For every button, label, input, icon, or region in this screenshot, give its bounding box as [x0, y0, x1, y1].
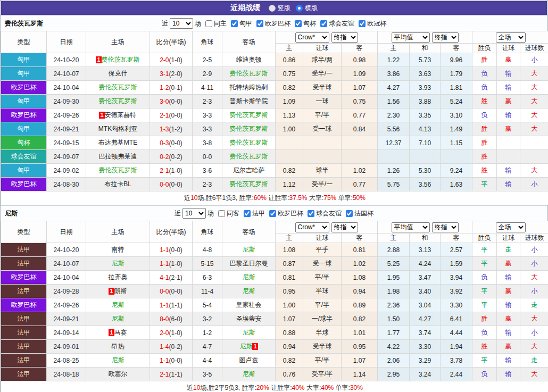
radio-checked-icon[interactable] — [296, 5, 303, 12]
halftime-score: (6-0) — [169, 315, 182, 323]
league-checkbox-1[interactable] — [256, 20, 263, 27]
match-count-select[interactable]: 10 — [170, 18, 193, 29]
result-handicap-cell: 赢 — [497, 95, 520, 109]
avg-away-odds-cell: 6.41 — [441, 312, 472, 326]
fulltime-select[interactable]: 全场 — [496, 222, 526, 232]
final-odds-select[interactable]: 终指 — [331, 32, 358, 43]
match-date-cell: 24-10-04 — [47, 81, 86, 95]
league-checkbox-2[interactable] — [308, 210, 314, 217]
crown-away-odds-cell: 1.01 — [342, 326, 378, 340]
avg-draw-odds-cell: 4.13 — [410, 122, 441, 136]
match-date-cell: 24-10-04 — [47, 271, 86, 285]
result-goals-cell: 大 — [520, 368, 548, 381]
league-filter-option[interactable]: 球会友谊 — [318, 19, 354, 28]
avg-draw-odds-cell: 5.73 — [410, 53, 441, 67]
same-venue-option[interactable]: 同主 — [203, 19, 227, 28]
league-checkbox-3[interactable] — [320, 20, 327, 27]
league-filter-option[interactable]: 欧冠杯 — [356, 19, 386, 28]
sub-col-header: 和 — [410, 233, 441, 243]
league-checkbox-0[interactable] — [244, 210, 251, 217]
league-filter-option[interactable]: 法甲 — [241, 209, 265, 218]
crown-handicap-cell: 受半/一 — [303, 67, 342, 81]
team-name: 费伦茨瓦罗斯 — [99, 84, 137, 91]
layout-option-vertical[interactable]: 竖版 — [269, 4, 290, 13]
same-venue-checkbox[interactable] — [205, 20, 212, 27]
avg-away-odds-cell: 1.81 — [441, 81, 472, 95]
matches-label: 场 — [195, 19, 201, 28]
league-filter-option[interactable]: 球会友谊 — [305, 209, 342, 218]
match-row: 匈甲24-10-201费伦茨瓦罗斯2-0(1-0)2-5维迪奥顿0.86球半/两… — [1, 53, 548, 67]
halftime-score: (1-0) — [169, 329, 182, 337]
avg-home-odds-cell: 1.26 — [378, 164, 410, 178]
sub-col-header: 进球数 — [520, 44, 548, 53]
result-goals-cell: 大 — [520, 122, 548, 136]
summary-text: 让胜率: — [269, 384, 292, 391]
home-team-cell: 费伦茨瓦罗斯 — [86, 164, 150, 178]
corner-cell: 3-8 — [193, 136, 222, 150]
home-team-cell: 欧塞尔 — [86, 368, 150, 381]
odds-company-select[interactable]: Crow* — [295, 32, 329, 43]
odds-company-select[interactable]: Crow* — [295, 222, 329, 232]
fulltime-score: 1-1 — [160, 302, 169, 309]
average-final-select[interactable]: 终指 — [432, 32, 459, 43]
same-venue-checkbox[interactable] — [218, 210, 225, 217]
crown-handicap-cell: 受半球 — [303, 81, 342, 95]
league-checkbox-2[interactable] — [295, 20, 302, 27]
league-checkbox-3[interactable] — [346, 210, 353, 217]
match-date-cell: 24-09-15 — [47, 136, 86, 150]
summary-text: 大率: — [305, 384, 321, 391]
league-label: 匈杯 — [303, 19, 316, 28]
crown-away-odds-cell: 0.98 — [342, 53, 378, 67]
match-row: 法甲24-09-281朗斯0-0(0-0)11-4尼斯0.95半球0.941.9… — [1, 285, 548, 298]
league-checkbox-1[interactable] — [269, 210, 276, 217]
avg-away-odds-cell: 5.24 — [441, 95, 472, 109]
average-select[interactable]: 平均值 — [392, 32, 430, 43]
league-filter-option[interactable]: 欧罗巴杯 — [267, 209, 303, 218]
score-cell: 0-3(0-0) — [150, 136, 193, 150]
match-count-select[interactable]: 10 — [182, 208, 206, 219]
crown-home-odds-cell: 1.00 — [276, 298, 303, 312]
crown-handicap-cell: 平手 — [303, 243, 342, 257]
league-checkbox-0[interactable] — [231, 20, 238, 27]
result-outcome-cell: 负 — [472, 326, 497, 340]
league-filter-option[interactable]: 法国杯 — [343, 209, 373, 218]
league-label: 欧罗巴杯 — [265, 19, 290, 28]
fulltime-score: 0-0 — [160, 181, 169, 188]
competition-type-cell: 法甲 — [1, 340, 47, 354]
summary-text: 50% — [353, 194, 366, 202]
league-label: 匈甲 — [239, 19, 252, 28]
same-venue-option[interactable]: 同客 — [215, 209, 239, 218]
team-name: 尼斯 — [112, 301, 124, 308]
rank-badge: 1 — [109, 329, 114, 336]
crown-away-odds-cell: 0.81 — [342, 243, 378, 257]
competition-type-cell: 欧罗巴杯 — [1, 81, 47, 95]
team-name: 尼斯 — [243, 287, 255, 295]
col-date-header: 日期 — [47, 221, 86, 243]
avg-draw-odds-cell: 3.29 — [410, 354, 441, 368]
away-team-cell: 费伦茨瓦罗斯 — [222, 178, 276, 191]
result-outcome-cell: 胜 — [472, 340, 497, 354]
average-select[interactable]: 平均值 — [392, 222, 430, 232]
team-sections: 费伦茨瓦罗斯近10场同主匈甲欧罗巴杯匈杯球会友谊欧冠杯类型日期主场比分(半场)角… — [1, 15, 547, 392]
avg-draw-odds-cell: 3.24 — [410, 368, 441, 381]
league-filter-option[interactable]: 匈杯 — [292, 19, 316, 28]
average-final-select[interactable]: 终指 — [432, 222, 459, 232]
crown-handicap-cell: 平/半 — [303, 354, 342, 368]
score-cell: 2-1(1-1) — [150, 368, 193, 381]
result-outcome-cell: 负 — [472, 67, 497, 81]
radio-unchecked-icon[interactable] — [269, 5, 276, 12]
league-checkbox-4[interactable] — [359, 20, 366, 27]
summary-text: 近 — [187, 384, 193, 391]
final-odds-select[interactable]: 终指 — [331, 222, 358, 232]
result-goals-cell: 大 — [520, 109, 548, 122]
sub-col-header: 客 — [342, 44, 378, 53]
layout-option-horizontal[interactable]: 横版 — [296, 4, 318, 13]
avg-draw-odds-cell: 3.88 — [410, 95, 441, 109]
league-filter-option[interactable]: 匈甲 — [228, 19, 252, 28]
league-filter-option[interactable]: 欧罗巴杯 — [254, 19, 290, 28]
rank-badge: 1 — [252, 343, 258, 350]
fulltime-select[interactable]: 全场 — [496, 32, 526, 43]
halftime-score: (1-2) — [169, 126, 182, 133]
result-handicap-cell: 赢 — [497, 257, 520, 271]
team-name: 费伦茨瓦罗斯 — [99, 97, 137, 105]
